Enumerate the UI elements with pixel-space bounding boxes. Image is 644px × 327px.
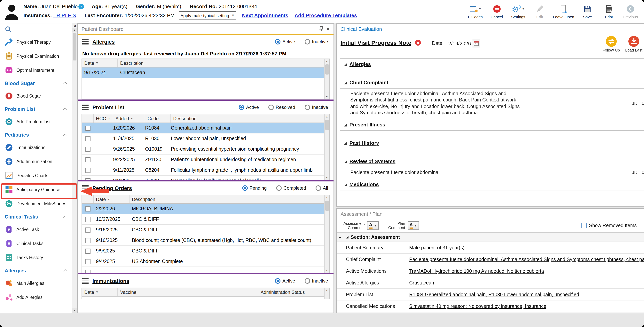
pending-orders-title[interactable]: Pending Orders	[92, 185, 132, 191]
settings-button[interactable]: ▼ Settings	[510, 4, 526, 19]
sidebar-search[interactable]	[0, 24, 72, 35]
filter-inactive[interactable]: Inactive	[304, 104, 328, 110]
table-scrollbar[interactable]: ▲▼	[324, 195, 329, 273]
checkbox[interactable]	[85, 126, 90, 130]
plan-comment-style-button[interactable]: A▼	[408, 221, 419, 230]
assessment-row-chief-complaint[interactable]: Chief Complaint Paciente presenta fuerte…	[337, 254, 644, 265]
checkbox[interactable]	[85, 157, 90, 162]
checkbox[interactable]	[85, 146, 90, 152]
show-removed-items-checkbox[interactable]: Show Removed Items	[581, 223, 637, 228]
sidebar-item-clinical-tasks[interactable]: Clinical Tasks	[0, 236, 72, 250]
sidebar-item-blood-sugar[interactable]: Blood Sugar	[0, 89, 72, 103]
table-row[interactable]: 9/4/2025 US Abdomen Complete	[82, 256, 324, 267]
sidebar-item-tasks-history[interactable]: Tasks History	[0, 250, 72, 264]
table-row[interactable]: 9/17/2024 Crustacean	[82, 68, 324, 78]
cancel-button[interactable]: Cancel	[488, 4, 505, 19]
sidebar-item-pediatric-charts[interactable]: Pediatric Charts	[0, 168, 72, 182]
table-row[interactable]: 9/16/2025 Blood count; complete (CBC), a…	[82, 235, 324, 246]
assessment-row-active-medications[interactable]: Active Medications TraMADol Hydrochlorid…	[337, 265, 644, 277]
leave-open-button[interactable]: Leave Open	[553, 4, 574, 19]
menu-icon[interactable]	[82, 105, 88, 110]
expander-icon[interactable]: ◢	[344, 160, 347, 163]
row-expander-icon[interactable]: ▸	[337, 235, 344, 239]
checkbox[interactable]	[85, 168, 90, 173]
print-button[interactable]: Print	[601, 4, 617, 19]
checkbox[interactable]	[85, 227, 90, 232]
sidebar-section-pediatrics[interactable]: Pediatrics	[0, 129, 72, 140]
review-of-systems-text[interactable]: Paciente presenta fuerte dolor abdominal…	[350, 169, 522, 176]
filter-all[interactable]: All	[315, 185, 328, 191]
note-section-present-illness[interactable]: ◢ Present Illness	[340, 119, 644, 131]
menu-icon[interactable]	[82, 186, 88, 191]
save-button[interactable]: Save	[579, 4, 596, 19]
sidebar-section-blood-sugar[interactable]: Blood Sugar	[0, 77, 72, 89]
filter-pending[interactable]: Pending	[242, 185, 266, 191]
column-vaccine[interactable]: Vaccine	[118, 288, 258, 296]
filter-active[interactable]: Active	[275, 39, 295, 44]
column-date[interactable]: Date▼	[82, 59, 118, 67]
assessment-section-row[interactable]: ▸ ◢ Section: Assessment	[337, 232, 644, 242]
f-codes-button[interactable]: ▼ F Codes	[467, 4, 484, 19]
checkbox[interactable]	[85, 270, 90, 273]
follow-up-button[interactable]: Follow Up	[601, 35, 622, 52]
pin-icon[interactable]	[320, 26, 323, 32]
column-hcc[interactable]: HCC▲	[94, 114, 113, 122]
column-added[interactable]: Added▼	[113, 114, 145, 122]
column-date[interactable]: Date▼	[82, 288, 118, 296]
expander-icon[interactable]: ◢	[344, 182, 347, 186]
next-appointments-link[interactable]: Next Appointments	[242, 12, 288, 18]
expander-icon[interactable]: ◢	[344, 62, 347, 66]
allergies-title[interactable]: Allergies	[92, 39, 115, 45]
checkbox[interactable]	[85, 217, 90, 222]
column-date[interactable]: Date▼	[94, 195, 130, 203]
add-procedure-templates-link[interactable]: Add Procedure Templates	[294, 12, 357, 18]
assessment-row-problem-list[interactable]: Problem List R1084 Generalized abdominal…	[337, 289, 644, 300]
checkbox[interactable]	[85, 259, 90, 264]
checkbox[interactable]	[85, 248, 90, 254]
checkbox[interactable]	[85, 136, 90, 141]
sidebar-section-problem-list[interactable]: Problem List	[0, 103, 72, 115]
note-section-review-of-systems[interactable]: ◢ Review of Systems	[340, 156, 644, 168]
checkbox[interactable]	[85, 238, 90, 243]
filter-completed[interactable]: Completed	[276, 185, 306, 191]
assessment-row-cancelled-medications[interactable]: Cancelled Medications Simvastatin 40 mg …	[337, 300, 644, 312]
table-scrollbar[interactable]: ▲▼	[324, 59, 329, 99]
date-value[interactable]: 2/19/2026	[446, 40, 472, 46]
scrollbar-thumb[interactable]	[73, 33, 76, 60]
column-description[interactable]: Description	[118, 59, 324, 67]
menu-icon[interactable]	[82, 39, 88, 44]
sidebar-item-immunizations[interactable]: Immunizations	[0, 140, 72, 154]
patient-info-icon[interactable]: i	[78, 4, 84, 9]
filter-active[interactable]: Active	[275, 278, 295, 284]
table-scrollbar[interactable]: ▲▼	[324, 114, 329, 180]
note-section-allergies[interactable]: ◢ Allergies	[340, 58, 644, 70]
checkbox[interactable]	[85, 178, 90, 180]
sidebar-item-add-problem-list[interactable]: Add Problem List	[0, 115, 72, 129]
sidebar-section-allergies[interactable]: Allergies	[0, 264, 72, 276]
table-scrollbar[interactable]: ▲	[324, 288, 329, 299]
chief-complaint-text[interactable]: Paciente presenta fuerte dolor abdominal…	[350, 90, 522, 116]
column-code[interactable]: Code	[145, 114, 171, 122]
edit-button[interactable]: Edit	[532, 4, 548, 19]
table-row[interactable]: 9/3/2025 Z7142 Counseling for family mem…	[82, 176, 324, 180]
assessment-comment-style-button[interactable]: A▼	[367, 221, 378, 230]
sidebar-section-clinical-tasks[interactable]: Clinical Tasks	[0, 211, 72, 222]
sidebar-item-development-milestones[interactable]: Development MileStones	[0, 197, 72, 211]
column-description[interactable]: Description	[171, 114, 324, 122]
note-section-chief-complaint[interactable]: ◢ Chief Complaint	[340, 77, 644, 88]
sidebar-item-active-task[interactable]: Active Task	[0, 222, 72, 236]
sidebar-scrollbar[interactable]: ◀ ▲ ▼	[72, 24, 77, 313]
calendar-icon[interactable]	[472, 39, 480, 48]
note-section-medications[interactable]: ◢ Medications	[340, 179, 644, 190]
table-row[interactable]: 2/2/2026 MICROALBUMINA	[82, 204, 324, 214]
column-administration-status[interactable]: Administration Status	[258, 288, 324, 296]
sidebar-item-add-immunization[interactable]: Add Immunization	[0, 154, 72, 168]
sidebar-item-anticipatory-guidance[interactable]: Anticipatory Guidance	[0, 182, 72, 197]
note-section-past-history[interactable]: ◢ Past History	[340, 137, 644, 149]
setting-dropdown[interactable]: Apply male-typical setting ▼	[178, 11, 236, 20]
load-last-button[interactable]: Load Last	[623, 35, 644, 52]
assessment-row-active-allergies[interactable]: Active Allergies Crustacean A▼	[337, 277, 644, 289]
filter-inactive[interactable]: Inactive	[304, 39, 328, 44]
close-icon[interactable]: ×	[326, 26, 330, 32]
table-row[interactable]: 9/26/2025 O10019 Pre-existing essential …	[82, 144, 324, 154]
